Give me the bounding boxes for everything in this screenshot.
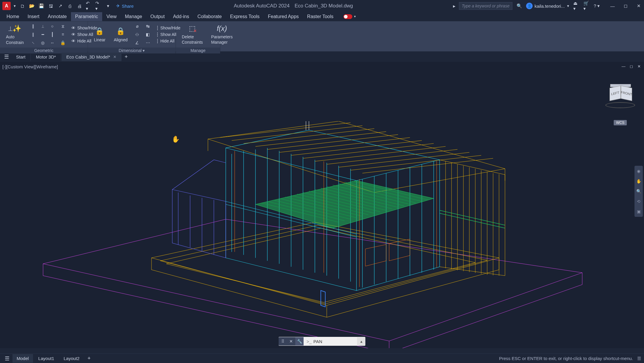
logo-dropdown-icon[interactable]: ▼ (13, 4, 16, 8)
command-line[interactable]: ⠿ ✕ 🔧 >_ PAN ▴ (279, 337, 365, 346)
autodesk-app-icon[interactable]: ⏏ ▾ (573, 3, 580, 9)
search-icon[interactable]: 🔍 (516, 3, 523, 9)
print-icon[interactable]: 🖨 (76, 3, 83, 9)
app-logo[interactable]: A (2, 2, 11, 10)
command-input[interactable]: >_ PAN (304, 337, 357, 346)
wcs-indicator[interactable]: WCS (614, 120, 627, 125)
user-name: kaila.tenedori... (534, 4, 565, 9)
redo-icon[interactable]: ↷ ▾ (95, 3, 102, 9)
save-as-icon[interactable]: 🖫 (48, 3, 54, 9)
tab-start[interactable]: Start (11, 53, 31, 61)
manage-panel-title[interactable]: Manage (176, 48, 220, 53)
command-prompt-icon: >_ (307, 339, 312, 344)
aligned-button[interactable]: 🔒 Aligned (111, 25, 131, 43)
parameters-manager-button[interactable]: f(x) Parameters Manager (208, 23, 236, 46)
nav-orbit-button[interactable]: ⟲ (636, 198, 642, 204)
menu-toggle[interactable] (343, 14, 352, 19)
qat-dropdown-icon[interactable]: ▾ (105, 3, 111, 9)
save-icon[interactable]: 💾 (38, 3, 45, 9)
status-customize-button[interactable]: ☰ (637, 356, 641, 361)
horizontal-constraint-button[interactable]: ━ (39, 31, 47, 38)
maximize-button[interactable]: ◻ (623, 3, 629, 9)
view-cube[interactable]: LEFT FRONT WCS (605, 83, 635, 125)
share-icon: ✈ (116, 3, 120, 9)
linear-button[interactable]: 🔒 Linear (91, 25, 108, 43)
layout-layout2-button[interactable]: Layout2 (59, 354, 83, 363)
perpendicular-constraint-button[interactable]: ⟂ (39, 23, 47, 30)
concentric-constraint-button[interactable]: ◎ (39, 39, 47, 46)
layout-layout1-button[interactable]: Layout1 (34, 354, 58, 363)
cmdline-close-button[interactable]: ✕ (287, 337, 295, 345)
menu-express-tools[interactable]: Express Tools (226, 12, 263, 21)
menu-view[interactable]: View (102, 12, 121, 21)
open-file-icon[interactable]: 📂 (29, 3, 35, 9)
layout-model-button[interactable]: Model (12, 354, 33, 363)
coincident-constraint-button[interactable]: ‖ (29, 23, 37, 30)
help-icon[interactable]: ? ▾ (594, 3, 600, 9)
viewcube-front-face[interactable]: FRONT (621, 86, 632, 101)
menu-home[interactable]: Home (2, 12, 23, 21)
tab-motor-3d[interactable]: Motor 3D* (31, 53, 61, 61)
layout-menu-button[interactable]: ☰ (3, 354, 11, 363)
delete-constraints-button[interactable]: ⬚✕ Delete Constraints (179, 23, 206, 46)
nav-pan-button[interactable]: ✋ (636, 178, 642, 184)
menu-insert[interactable]: Insert (23, 12, 44, 21)
viewport[interactable]: [-][Custom View][Wireframe] — ◻ ✕ ✋ LEFT… (0, 62, 644, 348)
menu-raster-tools[interactable]: Raster Tools (303, 12, 338, 21)
file-tabs-menu-button[interactable]: ☰ (2, 53, 11, 61)
viewport-label[interactable]: [-][Custom View][Wireframe] (2, 64, 58, 69)
cmdline-expand-button[interactable]: ▴ (357, 337, 365, 345)
vertical-constraint-button[interactable]: ┃ (48, 31, 56, 38)
collinear-constraint-button[interactable]: ⟍ (29, 39, 37, 46)
menu-manage[interactable]: Manage (121, 12, 146, 21)
search-input[interactable]: Type a keyword or phrase (459, 2, 512, 10)
web-mobile-icon[interactable]: ↗ (57, 3, 64, 9)
linear-label: Linear (94, 37, 105, 42)
plot-icon[interactable]: ⎙ (67, 3, 73, 9)
cmdline-customize-button[interactable]: ⠿ (279, 337, 287, 345)
viewport-close-button[interactable]: ✕ (636, 64, 642, 69)
menu-toggle-dropdown-icon[interactable]: ▾ (354, 15, 356, 18)
viewcube-left-face[interactable]: LEFT (610, 86, 621, 101)
nav-showmotion-button[interactable]: ▣ (636, 209, 642, 214)
nav-wheel-button[interactable]: ◉ (636, 168, 642, 174)
viewport-maximize-button[interactable]: ◻ (629, 64, 634, 69)
symmetric-constraint-button[interactable]: ⧖ (59, 23, 67, 30)
user-menu[interactable]: 👤 kaila.tenedori... ▼ (526, 3, 570, 9)
dim-radial-button[interactable]: ⌀ (133, 23, 141, 30)
menu-featured-apps[interactable]: Featured Apps (264, 12, 303, 21)
nav-zoom-button[interactable]: 🔍 (636, 188, 642, 194)
share-button[interactable]: ✈ Share (116, 3, 134, 9)
viewport-minimize-button[interactable]: — (621, 64, 626, 69)
new-file-icon[interactable]: 🗋 (19, 3, 26, 9)
menu-parametric[interactable]: Parametric (71, 12, 102, 21)
menu-output[interactable]: Output (146, 12, 169, 21)
auto-constrain-button[interactable]: ⟂✨ Auto Constrain (3, 23, 27, 46)
dim-show-hide-icon: ┆ (156, 26, 159, 30)
menu-annotate[interactable]: Annotate (44, 12, 71, 21)
dim-convert-button[interactable]: ↹ (144, 23, 152, 30)
tab-close-icon[interactable]: ✕ (113, 55, 116, 59)
tab-eco-cabin[interactable]: Eco Cabin_3D Model* ✕ (61, 53, 121, 61)
tangent-constraint-button[interactable]: ○ (48, 23, 56, 30)
menu-collaborate[interactable]: Collaborate (193, 12, 226, 21)
dim-more-button[interactable]: ⋯ (144, 39, 152, 46)
menu-addins[interactable]: Add-ins (169, 12, 193, 21)
parallel-constraint-button[interactable]: ∥ (29, 31, 37, 38)
close-window-button[interactable]: ✕ (636, 3, 642, 9)
file-tabs: ☰ Start Motor 3D* Eco Cabin_3D Model* ✕ … (0, 52, 644, 62)
equal-constraint-button[interactable]: = (59, 31, 67, 38)
undo-icon[interactable]: ↶ ▾ (86, 3, 92, 9)
show-hide-icon: 👁 (71, 26, 75, 30)
fix-constraint-button[interactable]: 🔒 (59, 39, 67, 46)
new-layout-button[interactable]: + (85, 354, 93, 363)
dim-diameter-button[interactable]: ⦵ (133, 31, 141, 38)
search-flag-icon[interactable]: ▸ (453, 3, 455, 9)
dim-toggle-button[interactable]: ◧ (144, 31, 152, 38)
cart-icon[interactable]: 🛒 ▾ (583, 3, 590, 9)
dim-angular-button[interactable]: ∠ (133, 39, 141, 46)
smooth-constraint-button[interactable]: ↔ (48, 39, 56, 46)
cmdline-recent-button[interactable]: 🔧 (295, 337, 304, 345)
minimize-button[interactable]: — (610, 3, 615, 9)
new-tab-button[interactable]: + (122, 53, 130, 61)
